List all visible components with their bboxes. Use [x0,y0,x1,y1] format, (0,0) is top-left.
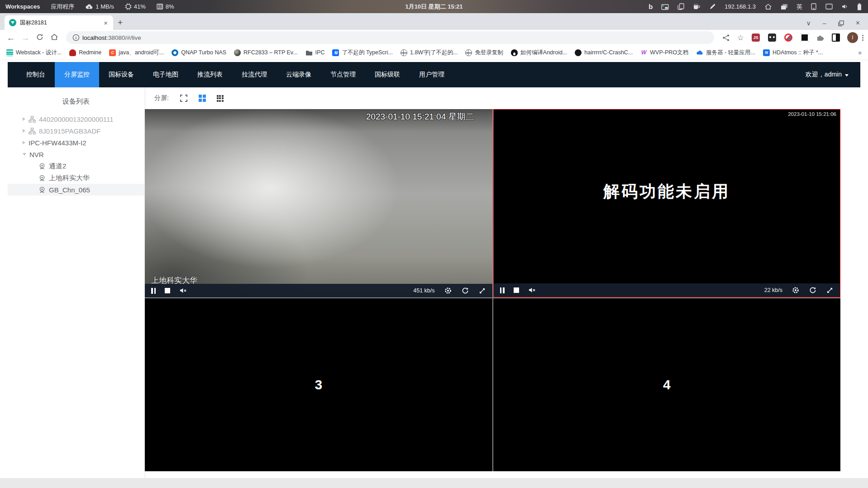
browser-menu-icon[interactable] [862,35,863,41]
share-icon[interactable] [722,34,730,42]
expand-arrow-icon[interactable] [23,117,25,121]
bookmark-copy-nologin[interactable]: 免登录复制 [465,49,503,57]
bookmark-qnap[interactable]: QNAP Turbo NAS [172,49,226,56]
bookmarks-overflow-chevron[interactable]: » [858,49,862,56]
clipboard-tray-icon[interactable] [677,3,684,10]
refresh-icon[interactable] [461,287,469,295]
coffee-tray-icon[interactable] [693,3,701,10]
forward-button[interactable]: → [19,33,32,42]
sphere-favicon [234,49,241,56]
refresh-icon[interactable] [809,286,817,294]
bookmark-webstack[interactable]: Webstack - 设计... [6,49,62,57]
tab-search-chevron-icon[interactable]: ∨ [806,19,811,27]
nav-item-split-monitor[interactable]: 分屏监控 [55,62,99,87]
stop-icon[interactable] [165,288,170,293]
mute-icon[interactable] [528,287,536,293]
tree-item-ipc[interactable]: IPC-HFW4433M-I2 [8,137,144,148]
extension-adblock-icon[interactable] [784,33,792,42]
collapse-arrow-icon[interactable] [23,153,26,156]
tree-item-gb-chn-065[interactable]: GB_Chn_065 [8,184,144,196]
nav-item-gb-cascade[interactable]: 国标级联 [365,62,410,87]
bookmark-redmine[interactable]: Redmine [69,49,101,56]
pip-tray-icon[interactable] [661,4,669,10]
video-cell-3[interactable]: 3 [145,298,492,471]
fullscreen-bracket-icon[interactable] [180,94,188,102]
settings-gear-icon[interactable] [792,286,800,294]
phone-link-icon[interactable] [811,3,817,10]
clock[interactable]: 1月10日 星期二 15:21 [405,3,463,10]
browser-tab[interactable]: 国标28181 × [5,15,113,30]
video-cell-4[interactable]: 4 [493,298,841,471]
bing-tray-icon[interactable]: b [649,3,653,10]
video-cell-1[interactable]: 2023-01-10 15:21:04 星期二 上地科实大华 451 kb/s [145,109,492,297]
grid-3x3-icon[interactable] [217,95,224,102]
bookmark-wvp-doc[interactable]: WWVP-PRO文档 [640,49,688,57]
extension-js-icon[interactable]: JS [752,33,760,42]
mute-icon[interactable] [179,287,187,294]
bookmark-csdn[interactable]: Cjava、android可... [109,49,164,57]
workspaces-button[interactable]: Workspaces [5,3,40,10]
bookmark-github[interactable]: hairrrrr/C-CrashC... [575,49,633,56]
back-button[interactable]: ← [5,33,17,42]
site-info-icon[interactable] [72,34,80,41]
window-restore-button[interactable] [838,20,844,26]
pen-tray-icon[interactable] [709,3,716,10]
input-method-indicator[interactable]: 英 [796,3,802,11]
screen-share-icon[interactable] [825,4,833,10]
settings-gear-icon[interactable] [444,287,452,295]
windows-tray-icon[interactable] [781,4,788,10]
tree-item-channel2[interactable]: 通道2 [8,160,144,172]
grid-2x2-icon[interactable] [199,95,206,102]
extension-bw-icon[interactable] [832,33,840,42]
window-close-button[interactable]: × [856,19,860,27]
nav-item-map[interactable]: 电子地图 [143,62,188,87]
user-menu[interactable]: 欢迎，admin [806,62,860,87]
new-tab-button[interactable]: + [118,18,123,28]
bookmark-hdatmos[interactable]: NHDAtmos :: 种子 *... [763,49,823,57]
pause-icon[interactable] [500,287,505,293]
network-speed-indicator[interactable]: 1 MB/s [85,3,114,10]
address-bar[interactable]: localhost:38080/#/live [66,31,714,44]
profile-avatar[interactable]: I [847,32,858,43]
reload-button[interactable] [33,33,46,43]
tree-item-device-2[interactable]: 8J01915PAGB3ADF [8,125,144,137]
nav-item-node-manage[interactable]: 节点管理 [321,62,365,87]
nav-item-push-list[interactable]: 推流列表 [188,62,232,87]
pause-icon[interactable] [151,288,156,294]
nav-item-console[interactable]: 控制台 [17,62,55,87]
nav-item-gb-devices[interactable]: 国标设备 [99,62,143,87]
bookmark-zhihu[interactable]: 知了不起的 TypeScri... [332,49,393,57]
nav-item-cloud-record[interactable]: 云端录像 [277,62,321,87]
home-tray-icon[interactable] [764,3,772,10]
applications-menu[interactable]: 应用程序 [51,3,74,11]
nav-item-user-manage[interactable]: 用户管理 [410,62,454,87]
battery-icon[interactable] [857,3,862,10]
memory-indicator[interactable]: 8% [157,3,174,10]
tree-item-shangdi-dahua[interactable]: 上地科实大华 [8,172,144,184]
expand-icon[interactable] [478,287,486,295]
expand-arrow-icon[interactable] [23,141,25,144]
tree-item-gb-platform[interactable]: 44020000013200000111 [8,113,144,125]
expand-icon[interactable] [826,287,834,294]
extension-tampermonkey-icon[interactable] [768,33,776,42]
volume-icon[interactable] [841,4,849,10]
bookmark-star-icon[interactable]: ☆ [737,33,744,43]
home-button[interactable] [48,33,61,42]
video-cell-2[interactable]: 2023-01-10 15:21:06 解码功能未启用 22 kb/s [493,109,841,297]
cpu-indicator[interactable]: 41% [125,3,146,10]
bookmark-android-compile[interactable]: 如何编译Android... [511,49,568,57]
stop-icon[interactable] [514,287,519,293]
bookmark-rfc2833[interactable]: RFC2833 – RTP Ev... [234,49,298,56]
window-minimize-button[interactable]: – [823,19,826,27]
bookmark-tencent-cloud[interactable]: 服务器 - 轻量应用... [696,49,755,57]
ip-address-indicator[interactable]: 192.168.1.3 [725,3,756,10]
extension-dark-square-icon[interactable] [801,33,809,42]
bookmark-typescript-article[interactable]: 1.8W字|了不起的... [401,49,458,57]
penguin-favicon [511,49,518,56]
bookmark-folder-ipc[interactable]: IPC [305,49,325,56]
tab-close-icon[interactable]: × [102,19,110,27]
nav-item-pull-proxy[interactable]: 拉流代理 [232,62,277,87]
expand-arrow-icon[interactable] [23,129,25,133]
extensions-puzzle-icon[interactable] [816,34,824,42]
tree-item-nvr[interactable]: NVR [8,148,144,160]
